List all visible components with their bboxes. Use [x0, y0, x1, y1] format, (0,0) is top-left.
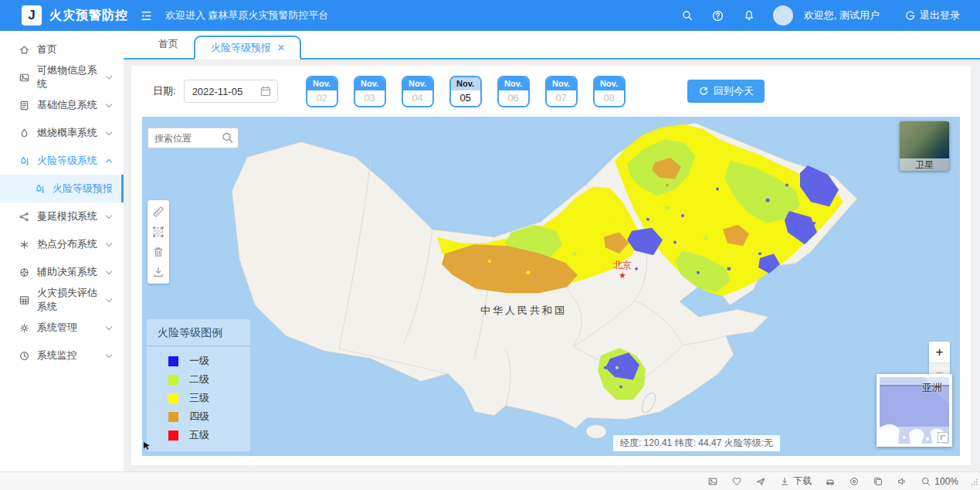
decision-icon [19, 267, 30, 278]
date-chip-nov-08[interactable]: Nov.08 [593, 76, 626, 107]
gear-icon [19, 322, 30, 334]
legend-item-level2: 二级 [168, 373, 250, 386]
header-actions: 欢迎您, 测试用户 退出登录 [680, 5, 980, 26]
date-chip-nov-06[interactable]: Nov.06 [497, 76, 530, 107]
search-icon[interactable] [680, 9, 694, 22]
date-chip-nov-03[interactable]: Nov.03 [354, 76, 386, 107]
fire-risk-icon [19, 155, 30, 167]
download-icon[interactable] [151, 264, 166, 280]
overview-minimap[interactable]: 亚洲 [877, 374, 952, 447]
content-area: 日期: Nov.02 Nov.03 Nov.04 Nov.05 Nov.06 N… [124, 60, 980, 471]
sidebar-item-label: 首页 [37, 43, 57, 56]
date-chip-nov-05[interactable]: Nov.05 [449, 76, 482, 107]
sidebar-subitem-label: 火险等级预报 [53, 182, 113, 196]
sidebar-subitem-fire-risk-forecast[interactable]: 火险等级预报 [0, 175, 124, 202]
level4-swatch [168, 412, 178, 422]
sidebar-item-label: 蔓延模拟系统 [37, 209, 97, 223]
sidebar: 首页 可燃物信息系统 基础信息系统 燃烧概率系统 火险等级系统 火险等级预报 [0, 31, 124, 471]
sidebar-item-label: 基础信息系统 [37, 98, 97, 112]
fire-risk-legend: 火险等级图例 一级 二级 三级 四级 五级 [147, 319, 250, 451]
sidebar-item-label: 燃烧概率系统 [37, 126, 97, 140]
home-icon [19, 44, 30, 56]
basemap-switcher[interactable]: 卫星 [900, 121, 949, 171]
assessment-grid-icon [19, 294, 30, 306]
sidebar-item-system-monitoring[interactable]: 系统监控 [0, 342, 124, 369]
user-greeting: 欢迎您, 测试用户 [804, 9, 880, 22]
sidebar-collapse-icon[interactable] [137, 7, 154, 24]
trash-icon[interactable] [151, 244, 166, 260]
chevron-up-icon [106, 158, 112, 165]
map-canvas[interactable]: 火险等级图例 一级 二级 三级 四级 五级 北京 ★ 中华人民共和国 经度: 1… [142, 117, 960, 456]
date-toolbar: 日期: Nov.02 Nov.03 Nov.04 Nov.05 Nov.06 N… [142, 73, 960, 109]
browser-status-bar: 下载 100% [0, 471, 980, 490]
china-map [142, 117, 960, 456]
bell-icon[interactable] [742, 9, 756, 22]
date-chip-nov-07[interactable]: Nov.07 [545, 76, 578, 107]
tab-home[interactable]: 首页 [143, 31, 194, 58]
tab-fire-risk-forecast[interactable]: 火险等级预报 [194, 36, 301, 60]
car-mode-icon[interactable] [825, 476, 836, 487]
chevron-down-icon [106, 240, 112, 246]
zoom-in-button[interactable]: + [929, 342, 950, 362]
download-manager-button[interactable]: 下载 [779, 475, 812, 488]
polygon-select-icon[interactable] [151, 224, 166, 240]
logo-letter: J [28, 8, 35, 23]
sidebar-item-spread-simulation[interactable]: 蔓延模拟系统 [0, 202, 124, 230]
sidebar-item-label: 火险等级系统 [37, 154, 97, 168]
content-card: 日期: Nov.02 Nov.03 Nov.04 Nov.05 Nov.06 N… [131, 66, 971, 465]
ruler-icon[interactable] [151, 204, 166, 219]
back-to-today-button[interactable]: 回到今天 [687, 80, 765, 103]
sidebar-item-fuel-info[interactable]: 可燃物信息系统 [0, 63, 124, 91]
sidebar-item-decision-support[interactable]: 辅助决策系统 [0, 258, 124, 286]
close-icon[interactable] [277, 44, 284, 51]
date-chip-nov-04[interactable]: Nov.04 [402, 76, 434, 107]
sidebar-item-hotspot-distribution[interactable]: 热点分布系统 [0, 230, 124, 258]
beijing-label: 北京 [604, 260, 641, 271]
mouse-cursor [143, 440, 151, 454]
level1-swatch [168, 356, 178, 366]
tab-bar: 首页 火险等级预报 [124, 31, 980, 60]
sidebar-item-label: 火灾损失评估系统 [37, 286, 100, 314]
sidebar-item-label: 系统管理 [37, 321, 77, 335]
logout-button[interactable]: 退出登录 [904, 9, 960, 22]
download-label: 下载 [793, 475, 812, 488]
chevron-down-icon [106, 323, 112, 329]
minimap-expand-icon[interactable] [938, 432, 948, 443]
legend-title: 火险等级图例 [147, 326, 250, 346]
calendar-icon [259, 85, 272, 97]
top-header: J 火灾预警防控 欢迎进入 森林草原火灾预警防控平台 欢迎您, 测试用户 退出登… [0, 0, 980, 31]
fire-risk-icon [34, 183, 46, 195]
level2-swatch [168, 375, 178, 385]
sidebar-item-label: 系统监控 [37, 349, 77, 362]
capital-star-icon: ★ [604, 271, 641, 280]
sidebar-item-loss-assessment[interactable]: 火灾损失评估系统 [0, 286, 124, 314]
chevron-down-icon [106, 100, 112, 107]
record-icon[interactable] [849, 476, 860, 487]
sidebar-item-basic-info[interactable]: 基础信息系统 [0, 91, 124, 119]
country-label: 中华人民共和国 [480, 304, 567, 318]
app-window: J 火灾预警防控 欢迎进入 森林草原火灾预警防控平台 欢迎您, 测试用户 退出登… [0, 0, 980, 490]
help-icon[interactable] [711, 9, 725, 22]
sidebar-item-system-management[interactable]: 系统管理 [0, 314, 124, 342]
search-icon [221, 131, 234, 145]
fuel-image-icon [19, 72, 30, 83]
page-zoom-control[interactable]: 100% [921, 476, 958, 487]
date-chip-nov-02[interactable]: Nov.02 [306, 76, 338, 107]
logout-icon [904, 10, 916, 22]
minimap-region-label: 亚洲 [922, 381, 942, 395]
app-title: 火灾预警防控 [49, 8, 128, 24]
sidebar-item-home[interactable]: 首页 [0, 36, 124, 63]
send-icon[interactable] [755, 476, 766, 487]
multi-window-icon[interactable] [873, 476, 883, 487]
date-label: 日期: [153, 84, 176, 98]
sidebar-item-label: 热点分布系统 [37, 237, 97, 251]
today-button-label: 回到今天 [714, 84, 754, 98]
speaker-icon[interactable] [897, 476, 907, 487]
favorites-heart-icon[interactable] [731, 476, 742, 487]
user-avatar[interactable] [773, 5, 793, 26]
sidebar-item-burn-probability[interactable]: 燃烧概率系统 [0, 119, 124, 147]
monitor-icon [19, 350, 30, 362]
screenshot-icon[interactable] [707, 476, 718, 487]
sidebar-item-fire-risk[interactable]: 火险等级系统 [0, 147, 124, 175]
basemap-label: 卫星 [900, 158, 949, 171]
